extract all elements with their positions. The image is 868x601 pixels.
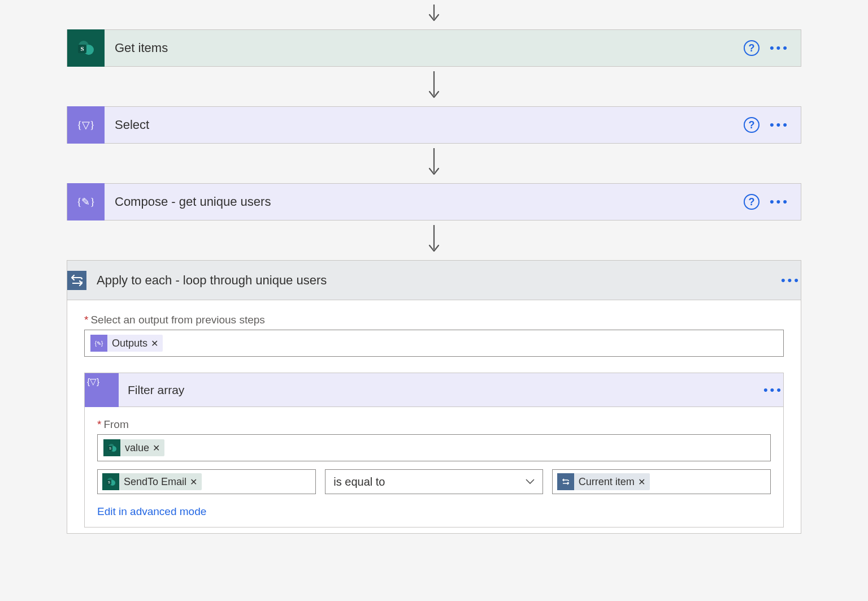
step-apply-to-each: Apply to each - loop through unique user… (67, 260, 801, 534)
token-label: Outputs (112, 338, 147, 349)
svg-text:S: S (108, 481, 110, 484)
svg-text:{▽}: {▽} (87, 377, 99, 386)
loop-icon (557, 473, 574, 490)
token-remove-icon[interactable]: ✕ (151, 338, 158, 349)
step-title: Apply to each - loop through unique user… (86, 273, 781, 288)
field-label-from: *From (97, 418, 771, 431)
chevron-down-icon (526, 479, 535, 485)
operator-label: is equal to (333, 475, 385, 488)
condition-operator-select[interactable]: is equal to (325, 469, 542, 494)
token-label: Current item (579, 476, 635, 488)
condition-left-input[interactable]: S SendTo Email ✕ (97, 469, 316, 494)
svg-text:{✎}: {✎} (77, 196, 95, 207)
more-icon[interactable]: ••• (770, 196, 789, 208)
loop-icon (67, 271, 86, 290)
help-icon[interactable]: ? (744, 117, 760, 133)
more-icon[interactable]: ••• (763, 384, 783, 396)
data-operation-compose-icon: {✎} (90, 335, 107, 352)
token-label: value (125, 442, 149, 454)
step-filter-array-header[interactable]: {▽} Filter array ••• (85, 373, 783, 407)
token-current-item[interactable]: Current item ✕ (557, 473, 650, 490)
help-icon[interactable]: ? (744, 194, 760, 210)
token-label: SendTo Email (124, 476, 186, 488)
flow-arrow (67, 67, 801, 106)
token-value[interactable]: S value ✕ (103, 439, 164, 456)
svg-text:S: S (80, 45, 84, 52)
edit-advanced-mode-link[interactable]: Edit in advanced mode (97, 505, 206, 518)
svg-text:{✎}: {✎} (95, 340, 103, 347)
data-operation-compose-icon: {✎} (67, 183, 105, 220)
flow-arrow (67, 0, 801, 29)
step-get-items[interactable]: S Get items ? ••• (67, 29, 801, 67)
step-title: Filter array (119, 383, 763, 397)
step-title: Compose - get unique users (105, 194, 744, 209)
token-outputs[interactable]: {✎} Outputs ✕ (90, 335, 163, 352)
data-operation-filter-icon: {▽} (85, 373, 119, 407)
token-remove-icon[interactable]: ✕ (190, 477, 197, 487)
step-apply-to-each-header[interactable]: Apply to each - loop through unique user… (67, 261, 801, 300)
step-select[interactable]: {▽} Select ? ••• (67, 106, 801, 144)
sharepoint-icon: S (67, 29, 105, 67)
flow-arrow (67, 220, 801, 260)
data-operation-select-icon: {▽} (67, 106, 105, 144)
step-compose[interactable]: {✎} Compose - get unique users ? ••• (67, 183, 801, 220)
flow-arrow (67, 144, 801, 183)
token-remove-icon[interactable]: ✕ (153, 443, 160, 453)
token-remove-icon[interactable]: ✕ (638, 477, 645, 487)
help-icon[interactable]: ? (744, 40, 760, 56)
filter-condition-row: S SendTo Email ✕ is equal to (97, 469, 771, 494)
from-input[interactable]: S value ✕ (97, 434, 771, 461)
token-sendto-email[interactable]: S SendTo Email ✕ (102, 473, 202, 490)
step-title: Get items (105, 41, 744, 55)
more-icon[interactable]: ••• (770, 119, 789, 131)
condition-right-input[interactable]: Current item ✕ (552, 469, 771, 494)
svg-text:S: S (109, 447, 111, 450)
svg-text:{▽}: {▽} (77, 119, 94, 131)
field-label-select-output: *Select an output from previous steps (84, 314, 784, 326)
more-icon[interactable]: ••• (770, 42, 789, 54)
sharepoint-icon: S (102, 473, 119, 490)
step-title: Select (105, 118, 744, 132)
step-filter-array: {▽} Filter array ••• *From (84, 373, 784, 528)
select-output-input[interactable]: {✎} Outputs ✕ (84, 330, 784, 357)
sharepoint-icon: S (103, 439, 120, 456)
more-icon[interactable]: ••• (781, 274, 801, 287)
